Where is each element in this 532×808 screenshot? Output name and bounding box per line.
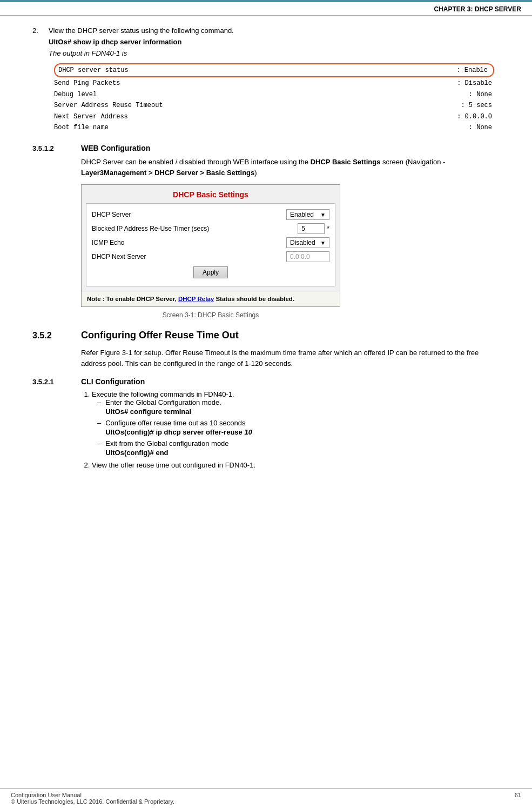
code-value-1: : Disable — [457, 78, 494, 89]
chapter-title: CHAPTER 3: DHCP SERVER — [434, 5, 521, 13]
code-label-1: Send Ping Packets — [54, 78, 457, 89]
input-blocked-ip[interactable] — [298, 223, 325, 234]
bullet-list: – Enter the Global Configuration mode. U… — [97, 398, 500, 457]
desc-text-1: DHCP Server can be enabled / disabled th… — [81, 158, 311, 166]
dropdown-arrow-1: ▼ — [320, 212, 326, 218]
step-2-intro: View the DHCP server status using the fo… — [49, 26, 500, 35]
desc-bold-1: DHCP Basic Settings — [311, 158, 381, 166]
step-2-block: 2. View the DHCP server status using the… — [32, 26, 500, 135]
dash-1: – — [97, 398, 101, 416]
footer-line1: Configuration User Manual — [11, 792, 174, 798]
step-2-command: UltOs# show ip dhcp server information — [49, 38, 500, 46]
section-3512-desc: DHCP Server can be enabled / disabled th… — [81, 157, 500, 178]
desc-bold-2: Layer3Management > DHCP Server > Basic S… — [81, 169, 254, 177]
list-item-1: Execute the following commands in FDN40-… — [92, 390, 500, 457]
label-icmp-echo: ICMP Echo — [92, 239, 286, 246]
select-dhcp-server[interactable]: Enabled ▼ — [286, 209, 329, 220]
form-row-icmp-echo: ICMP Echo Disabled ▼ — [92, 237, 329, 248]
apply-button[interactable]: Apply — [193, 266, 228, 278]
code-label-3: Server Address Reuse Timeout — [54, 100, 461, 111]
section-352-number: 3.5.2 — [32, 331, 81, 340]
asterisk-blocked-ip: * — [327, 225, 329, 232]
section-352-title: Configuring Offer Reuse Time Out — [81, 330, 239, 341]
step-2-content: View the DHCP server status using the fo… — [49, 26, 500, 135]
note-text: Note : To enable DHCP Server, DHCP Relay… — [87, 296, 294, 302]
section-3521-number: 3.5.2.1 — [32, 378, 81, 386]
code-label-5: Boot file name — [54, 122, 469, 133]
code-row-3: Server Address Reuse Timeout : 5 secs — [54, 100, 494, 111]
code-row-2: Debug level : None — [54, 89, 494, 100]
cmd-end: UltOs(config)# end — [105, 449, 500, 457]
form-row-dhcp-server: DHCP Server Enabled ▼ — [92, 209, 329, 220]
section-3521-heading: 3.5.2.1 CLI Configuration — [32, 377, 500, 386]
dhcp-relay-link[interactable]: DHCP Relay — [178, 296, 214, 302]
code-label-0: DHCP server status — [58, 65, 456, 76]
content-area: 2. View the DHCP server status using the… — [0, 16, 532, 484]
code-value-5: : None — [469, 122, 494, 133]
cmd-offer-reuse: UltOs(config)# ip dhcp server offer-reus… — [105, 428, 500, 436]
step2-text: View the offer reuse time out configured… — [92, 461, 255, 469]
code-value-0: : Enable — [456, 65, 490, 76]
step1-text: Execute the following commands in FDN40-… — [92, 390, 234, 398]
code-value-2: : None — [469, 89, 494, 100]
code-value-3: : 5 secs — [461, 100, 494, 111]
bullet-1-content: Enter the Global Configuration mode. Ult… — [105, 398, 500, 416]
footer: Configuration User Manual © Ulterius Tec… — [0, 788, 532, 808]
section-352-desc: Refer Figure 3-1 for setup. Offer Reuse … — [81, 348, 500, 369]
section-3521-title: CLI Configuration — [81, 377, 145, 386]
steps-list: Execute the following commands in FDN40-… — [81, 390, 500, 469]
select-dhcp-server-value: Enabled — [290, 211, 314, 218]
code-value-4: : 0.0.0.0 — [457, 111, 494, 122]
bullet-1: – Enter the Global Configuration mode. U… — [97, 398, 500, 416]
code-label-2: Debug level — [54, 89, 469, 100]
screen-caption: Screen 3-1: DHCP Basic Settings — [81, 311, 340, 319]
desc-text-3: ) — [254, 169, 257, 177]
form-area: DHCP Server Enabled ▼ Blocked IP Address… — [86, 203, 335, 286]
footer-right: 61 — [515, 792, 521, 805]
code-row-0: DHCP server status : Enable — [54, 63, 494, 77]
section-3512-title: WEB Configuration — [81, 144, 150, 152]
label-dhcp-server: DHCP Server — [92, 211, 286, 218]
section-3512-heading: 3.5.1.2 WEB Configuration — [32, 144, 500, 152]
dash-3: – — [97, 439, 101, 457]
code-row-5: Boot file name : None — [54, 122, 494, 133]
dash-2: – — [97, 419, 101, 436]
bullet-3-content: Exit from the Global configuration mode … — [105, 439, 500, 457]
chapter-header: CHAPTER 3: DHCP SERVER — [0, 2, 532, 16]
screenshot-box: DHCP Basic Settings DHCP Server Enabled … — [81, 184, 340, 307]
form-row-blocked-ip: Blocked IP Address Re-Use Timer (secs) * — [92, 223, 329, 234]
bullet-2-content: Configure offer reuse time out as 10 sec… — [105, 419, 500, 436]
code-label-4: Next Server Address — [54, 111, 457, 122]
blocked-ip-input-group: * — [298, 223, 329, 234]
cmd-configure-terminal: UltOs# configure terminal — [105, 408, 500, 416]
select-icmp-echo-value: Disabled — [290, 239, 315, 246]
section-352-heading: 3.5.2 Configuring Offer Reuse Time Out — [32, 330, 500, 341]
step-2-number: 2. — [32, 26, 49, 135]
code-block: DHCP server status : Enable Send Ping Pa… — [49, 61, 500, 135]
bullet-2: – Configure offer reuse time out as 10 s… — [97, 419, 500, 436]
code-row-4: Next Server Address : 0.0.0.0 — [54, 111, 494, 122]
form-row-next-server: DHCP Next Server — [92, 251, 329, 262]
desc-text-2: screen (Navigation - — [380, 158, 445, 166]
code-row-1: Send Ping Packets : Disable — [54, 78, 494, 89]
form-button-row: Apply — [92, 266, 329, 278]
screenshot-title: DHCP Basic Settings — [82, 185, 340, 203]
label-next-server: DHCP Next Server — [92, 253, 286, 261]
note-bar: Note : To enable DHCP Server, DHCP Relay… — [82, 291, 340, 306]
footer-left: Configuration User Manual © Ulterius Tec… — [11, 792, 174, 805]
section-3512-number: 3.5.1.2 — [32, 144, 81, 152]
label-blocked-ip: Blocked IP Address Re-Use Timer (secs) — [92, 225, 298, 232]
select-icmp-echo[interactable]: Disabled ▼ — [286, 237, 329, 248]
dropdown-arrow-2: ▼ — [320, 240, 326, 246]
footer-line2: © Ulterius Technologies, LLC 2016. Confi… — [11, 798, 174, 805]
list-item-2: View the offer reuse time out configured… — [92, 461, 500, 469]
bullet-3: – Exit from the Global configuration mod… — [97, 439, 500, 457]
step-2-output-label: The output in FDN40-1 is — [49, 49, 500, 57]
input-next-server[interactable] — [286, 251, 329, 262]
